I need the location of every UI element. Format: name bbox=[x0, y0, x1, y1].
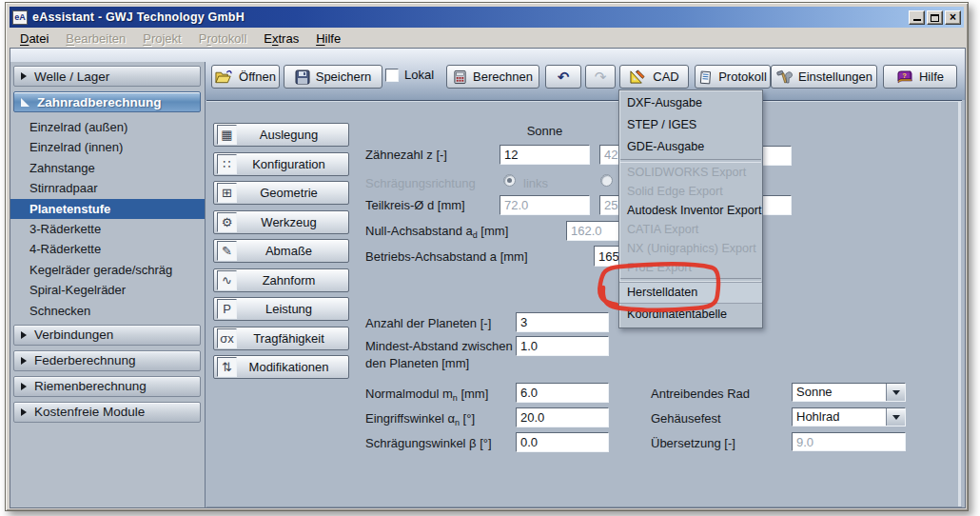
sidebar-item-spiral-kegelraeder[interactable]: Spiral-Kegelräder bbox=[10, 280, 205, 300]
toolbox-werkzeug-button[interactable]: ⚙ Werkzeug bbox=[213, 210, 349, 234]
title-bar[interactable]: eA eAssistant - GWJ Technology GmbH × bbox=[10, 7, 964, 28]
undo-button[interactable]: ↶ bbox=[545, 65, 581, 89]
mindest-abstand-label-line1: Mindest-Abstand zwischen bbox=[365, 339, 513, 353]
sidebar-section-welle-lager[interactable]: Welle / Lager bbox=[13, 66, 201, 87]
protokoll-button[interactable]: Protokoll bbox=[695, 65, 771, 89]
redo-icon: ↷ bbox=[595, 69, 607, 86]
menu-item-solid-edge-export: Solid Edge Export bbox=[619, 182, 762, 201]
sidebar-section-kostenfreie-module[interactable]: Kostenfreie Module bbox=[13, 402, 201, 423]
sidebar-section-zahnradberechnung[interactable]: Zahnradberechnung bbox=[13, 91, 201, 112]
toolbox-leistung-button[interactable]: P Leistung bbox=[213, 297, 349, 321]
maximize-button[interactable] bbox=[927, 10, 943, 25]
menu-bearbeiten: Bearbeiten bbox=[57, 30, 134, 48]
save-button-label: Speichern bbox=[316, 69, 372, 84]
sidebar-item-schnecken[interactable]: Schnecken bbox=[10, 301, 205, 321]
menu-item-nx-unigraphics-export: NX (Unigraphics) Export bbox=[619, 239, 762, 258]
sidebar-item-4-raederkette[interactable]: 4-Räderkette bbox=[10, 239, 205, 259]
mindest-abstand-input[interactable] bbox=[516, 336, 609, 356]
label-part: tras bbox=[278, 31, 299, 46]
toolbox-modifikationen-button[interactable]: ⇅ Modifikationen bbox=[213, 355, 349, 379]
label-part: Normalmodul m bbox=[365, 387, 453, 401]
minimize-icon bbox=[913, 19, 921, 21]
menu-item-dxf-ausgabe[interactable]: DXF-Ausgabe bbox=[619, 92, 762, 114]
section-label: Verbindungen bbox=[34, 327, 113, 342]
sidebar-item-planetenstufe[interactable]: Planetenstufe bbox=[10, 199, 205, 219]
sidebar-section-riemenberechnung[interactable]: Riemenberechnung bbox=[13, 376, 201, 397]
antreibendes-rad-dropdown[interactable]: Sonne bbox=[792, 383, 906, 402]
menu-item-koordinatentabelle[interactable]: Koordinatentabelle bbox=[619, 304, 762, 326]
maximize-icon bbox=[931, 14, 939, 22]
panel-divider bbox=[206, 506, 962, 507]
menu-item-autodesk-inventor-export[interactable]: Autodesk Inventor Export bbox=[619, 201, 762, 220]
power-icon: P bbox=[217, 299, 237, 319]
section-label: Riemenberechnung bbox=[34, 379, 147, 393]
section-label: Federberechnung bbox=[34, 353, 136, 367]
minimize-button[interactable] bbox=[909, 10, 925, 25]
save-button[interactable]: Speichern bbox=[284, 65, 382, 89]
sidebar-item-3-raederkette[interactable]: 3-Räderkette bbox=[10, 219, 205, 239]
column-header-sonne: Sonne bbox=[500, 124, 590, 138]
lokal-checkbox[interactable] bbox=[385, 69, 399, 82]
label-part: [mm] bbox=[458, 387, 489, 401]
schraegungswinkel-input[interactable] bbox=[516, 432, 609, 452]
tooth-profile-icon: ∿ bbox=[217, 270, 237, 290]
zaehnezahl-sonne-input[interactable] bbox=[500, 145, 590, 165]
protokoll-button-label: Protokoll bbox=[718, 69, 767, 84]
gehaeusefest-label: Gehäusefest bbox=[651, 411, 721, 426]
menu-item-step-iges[interactable]: STEP / IGES bbox=[619, 114, 762, 136]
label-part: Eingriffswinkel α bbox=[365, 411, 455, 426]
cad-button[interactable]: CAD bbox=[619, 65, 689, 89]
section-label: Welle / Lager bbox=[34, 69, 109, 84]
toolbox-abmasse-button[interactable]: ✎ Abmaße bbox=[213, 239, 349, 263]
cad-button-label: CAD bbox=[653, 69, 678, 84]
help-button-label: Hilfe bbox=[919, 69, 944, 84]
sidebar-item-zahnstange[interactable]: Zahnstange bbox=[10, 158, 205, 178]
sidebar-item-stirnradpaar[interactable]: Stirnradpaar bbox=[10, 178, 205, 198]
dropdown-button[interactable] bbox=[886, 408, 905, 426]
grid-icon: ⊞ bbox=[217, 183, 237, 203]
label-part: ilfe bbox=[325, 31, 342, 46]
label-part: H bbox=[316, 31, 324, 46]
calculate-button[interactable]: Berechnen bbox=[446, 65, 539, 89]
open-button-label: Öffnen bbox=[239, 69, 276, 84]
menu-hilfe[interactable]: Hilfe bbox=[307, 30, 349, 48]
open-button[interactable]: Öffnen bbox=[211, 65, 280, 89]
close-button[interactable]: × bbox=[945, 10, 961, 25]
schraegungsrichtung-label: Schrägungsrichtung bbox=[365, 176, 476, 190]
toolbox-zahnform-button[interactable]: ∿ Zahnform bbox=[213, 268, 349, 292]
chevron-down-icon bbox=[892, 415, 900, 420]
label-part: E bbox=[264, 31, 272, 46]
normalmodul-input[interactable] bbox=[516, 383, 609, 403]
calculate-button-label: Berechnen bbox=[473, 69, 533, 84]
menu-item-gde-ausgabe[interactable]: GDE-Ausgabe bbox=[619, 136, 762, 158]
menu-extras[interactable]: Extras bbox=[255, 30, 307, 48]
help-button[interactable]: ? Hilfe bbox=[883, 65, 957, 89]
menu-item-herstelldaten[interactable]: Herstelldaten bbox=[619, 282, 762, 304]
toolbox-tragfaehigkeit-button[interactable]: σx Tragfähigkeit bbox=[213, 327, 349, 350]
toolbox-auslegung-button[interactable]: ▦ Auslegung bbox=[213, 123, 349, 147]
toolbox-geometrie-button[interactable]: ⊞ Geometrie bbox=[213, 181, 349, 205]
uebersetzung-label: Übersetzung [-] bbox=[651, 436, 735, 450]
label-part: otokoll bbox=[211, 31, 247, 46]
dropdown-value: Hohlrad bbox=[793, 408, 886, 426]
eingriffswinkel-input[interactable] bbox=[516, 407, 609, 427]
anzahl-planeten-input[interactable] bbox=[516, 312, 609, 332]
dropdown-button[interactable] bbox=[886, 384, 905, 401]
menu-protokoll: Protokoll bbox=[190, 30, 256, 48]
menu-datei[interactable]: Datei bbox=[11, 30, 57, 48]
sidebar-item-einzelrad-innen[interactable]: Einzelrad (innen) bbox=[10, 137, 205, 157]
sidebar-item-einzelrad-aussen[interactable]: Einzelrad (außen) bbox=[10, 117, 205, 137]
sidebar-item-kegelraeder[interactable]: Kegelräder gerade/schräg bbox=[10, 260, 205, 280]
uebersetzung-input bbox=[792, 432, 906, 451]
calculator-icon: ▦ bbox=[217, 125, 237, 145]
gehaeusefest-dropdown[interactable]: Hohlrad bbox=[792, 407, 906, 427]
toolbox-konfiguration-button[interactable]: ∷ Konfiguration bbox=[213, 152, 349, 176]
save-floppy-icon bbox=[295, 69, 310, 85]
app-content-area: Öffnen Speichern Lokal Berechnen ↶ ↷ CAD bbox=[10, 48, 966, 508]
zaehnezahl-label: Zähnezahl z [-] bbox=[365, 148, 447, 162]
schraegungswinkel-label: Schrägungswinkel β [°] bbox=[365, 436, 492, 450]
settings-button[interactable]: Einstellungen bbox=[771, 65, 877, 89]
menu-separator bbox=[619, 158, 762, 163]
sidebar-section-verbindungen[interactable]: Verbindungen bbox=[13, 325, 201, 346]
sidebar-section-federberechnung[interactable]: Federberechnung bbox=[13, 350, 201, 371]
